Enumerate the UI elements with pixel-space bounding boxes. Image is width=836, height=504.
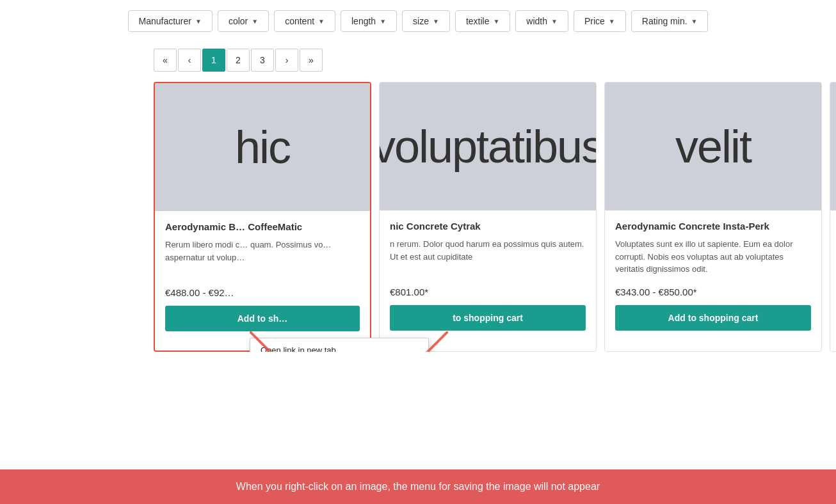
chevron-down-icon: ▼ — [691, 18, 698, 25]
filter-length[interactable]: length▼ — [341, 10, 397, 32]
context-menu: Open link in new tabOpen link in new win… — [250, 338, 429, 352]
pagination-last[interactable]: » — [300, 49, 323, 72]
filter-manufacturer[interactable]: Manufacturer▼ — [128, 10, 213, 32]
pagination-first[interactable]: « — [154, 49, 177, 72]
product-body-prod1: Aerodynamic B… CoffeeMatic Rerum libero … — [155, 211, 370, 342]
product-body-prod2: nic Concrete Cytrak n rerum. Dolor quod … — [380, 210, 596, 341]
chevron-down-icon: ▼ — [609, 18, 615, 25]
add-to-cart-prod1[interactable]: Add to sh… — [165, 306, 360, 331]
filter-label: content — [285, 16, 314, 26]
product-image-text-prod2: voluptatibus — [379, 120, 597, 173]
chevron-down-icon: ▼ — [380, 18, 386, 25]
chevron-down-icon: ▼ — [493, 18, 499, 25]
product-card-prod1: hic Aerodynamic B… CoffeeMatic Rerum lib… — [154, 82, 371, 352]
filter-label: Rating min. — [642, 16, 687, 26]
filter-rating[interactable]: Rating min.▼ — [631, 10, 709, 32]
product-card-prod4: s Awe… Qui d… odit. … eveni… €19… Add to… — [830, 82, 836, 352]
product-title-prod3: Aerodynamic Concrete Insta-Perk — [615, 221, 811, 232]
pagination-page-1[interactable]: 1 — [202, 49, 225, 72]
product-image-prod3: velit — [605, 83, 821, 210]
filter-label: Price — [584, 16, 605, 26]
product-image-text-prod3: velit — [675, 120, 751, 173]
product-body-prod3: Aerodynamic Concrete Insta-Perk Voluptat… — [605, 210, 821, 341]
filter-textile[interactable]: textile▼ — [455, 10, 510, 32]
product-card-prod2: voluptatibus nic Concrete Cytrak n rerum… — [379, 82, 597, 352]
chevron-down-icon: ▼ — [433, 18, 439, 25]
filter-color[interactable]: color▼ — [218, 10, 269, 32]
product-card-prod3: velit Aerodynamic Concrete Insta-Perk Vo… — [604, 82, 822, 352]
product-desc-prod1: Rerum libero modi c… quam. Possimus vo… … — [165, 239, 360, 277]
product-title-prod1: Aerodynamic B… CoffeeMatic — [165, 221, 360, 232]
context-menu-item-0[interactable]: Open link in new tab — [250, 341, 428, 352]
product-desc-prod3: Voluptates sunt ex illo ut sapiente. Eum… — [615, 238, 811, 276]
filter-label: width — [526, 16, 547, 26]
filter-label: Manufacturer — [139, 16, 191, 26]
product-price-prod2: €801.00* — [390, 287, 586, 297]
product-price-prod1: €488.00 - €92… — [165, 287, 360, 298]
pagination-page-2[interactable]: 2 — [227, 49, 250, 72]
chevron-down-icon: ▼ — [252, 18, 258, 25]
pagination: «‹123›» — [0, 42, 836, 82]
filter-width[interactable]: width▼ — [515, 10, 568, 32]
pagination-next[interactable]: › — [275, 49, 298, 72]
product-image-prod2: voluptatibus — [380, 83, 596, 210]
products-grid: hic Aerodynamic B… CoffeeMatic Rerum lib… — [0, 82, 836, 352]
filter-label: length — [351, 16, 376, 26]
product-image-text-prod1: hic — [235, 121, 290, 173]
product-title-prod2: nic Concrete Cytrak — [390, 221, 586, 232]
filter-label: textile — [466, 16, 490, 26]
chevron-down-icon: ▼ — [551, 18, 558, 25]
filter-bar: Manufacturer▼color▼content▼length▼size▼t… — [0, 0, 836, 42]
add-to-cart-prod2[interactable]: to shopping cart — [390, 305, 586, 331]
filter-size[interactable]: size▼ — [402, 10, 450, 32]
filter-price[interactable]: Price▼ — [574, 10, 626, 32]
product-image-prod1: hic — [155, 83, 370, 211]
add-to-cart-prod3[interactable]: Add to shopping cart — [615, 305, 811, 331]
chevron-down-icon: ▼ — [195, 18, 202, 25]
context-menu-label-0: Open link in new tab — [261, 345, 336, 352]
product-price-prod3: €343.00 - €850.00* — [615, 287, 811, 297]
pagination-prev[interactable]: ‹ — [178, 49, 201, 72]
filter-content[interactable]: content▼ — [274, 10, 335, 32]
product-desc-prod2: n rerum. Dolor quod harum ea possimus qu… — [390, 238, 586, 276]
filter-label: size — [413, 16, 429, 26]
product-image-prod4: s — [830, 83, 836, 210]
chevron-down-icon: ▼ — [318, 18, 325, 25]
product-body-prod4: Awe… Qui d… odit. … eveni… €19… Add to… — [830, 210, 836, 351]
pagination-page-3[interactable]: 3 — [251, 49, 274, 72]
filter-label: color — [229, 16, 248, 26]
